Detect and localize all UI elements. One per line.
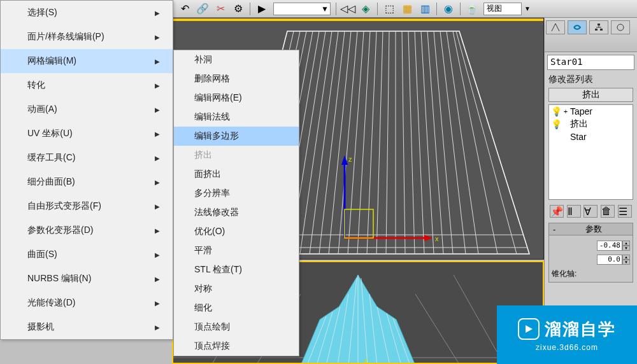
svg-line-15 [376, 31, 383, 254]
submenu-vertex-weld[interactable]: 顶点焊接 [174, 337, 299, 356]
bind-icon[interactable]: ⚙ [231, 1, 246, 17]
taper-axis-label: 锥化轴: [552, 269, 630, 279]
watermark-url: zixue.3d66.com [518, 343, 616, 352]
watermark-title: 溜溜自学 [545, 318, 616, 340]
menu-uv-coord[interactable]: UV 坐标(U)▶ [1, 122, 173, 146]
submenu-tessellate[interactable]: 细化 [174, 298, 299, 318]
panel-tabs [545, 18, 637, 52]
menu-freeform-deformer[interactable]: 自由形式变形器(F)▶ [1, 194, 173, 218]
material-icon[interactable]: ◉ [441, 1, 456, 17]
menu-animation[interactable]: 动画(A)▶ [1, 97, 173, 122]
view-combo[interactable]: 视图 [483, 3, 522, 15]
chevron-right-icon: ▶ [155, 82, 160, 89]
chevron-right-icon: ▶ [155, 179, 160, 186]
chevron-right-icon: ▶ [155, 300, 160, 307]
submenu-smooth[interactable]: 平滑 [174, 241, 299, 260]
svg-line-16 [386, 31, 389, 254]
modifier-dropdown[interactable]: 挤出 [548, 88, 633, 102]
submenu-cap-holes[interactable]: 补洞 [174, 50, 299, 69]
submenu-vertex-paint[interactable]: 顶点绘制 [174, 318, 299, 337]
chevron-right-icon: ▶ [155, 276, 160, 283]
link-icon[interactable]: 🔗 [195, 1, 210, 17]
submenu-normal-modifier[interactable]: 法线修改器 [174, 203, 299, 222]
prev-icon[interactable]: ◁◁ [340, 1, 355, 17]
submenu-multires[interactable]: 多分辨率 [174, 184, 299, 203]
menu-select[interactable]: 选择(S)▶ [1, 1, 173, 25]
next-icon[interactable]: ◈ [358, 1, 373, 17]
chevron-right-icon: ▶ [155, 251, 160, 258]
stack-row-star[interactable]: Star [549, 130, 633, 143]
menu-cache-tools[interactable]: 缓存工具(C)▶ [1, 146, 173, 170]
svg-text:z: z [348, 155, 352, 163]
chevron-right-icon: ▶ [155, 34, 160, 41]
chevron-right-icon: ▶ [155, 130, 160, 137]
submenu-edit-mesh[interactable]: 编辑网格(E) [174, 88, 299, 108]
main-toolbar: ↶ 🔗 ✂ ⚙ ▶ ▼ ◁◁ ◈ ⬚ ▦ ▥ ◉ 🍵 视图 ▼ [173, 0, 637, 18]
mesh-edit-submenu: 补洞 删除网格 编辑网格(E) 编辑法线 编辑多边形 挤出 面挤出 多分辨率 法… [173, 50, 299, 356]
stack-row-taper[interactable]: 💡+ Taper [549, 105, 633, 118]
menu-convert[interactable]: 转化▶ [1, 73, 173, 97]
svg-rect-57 [600, 29, 603, 31]
stack-row-extrude[interactable]: 💡 挤出 [549, 118, 633, 130]
submenu-extrude[interactable]: 挤出 [174, 146, 299, 165]
show-result-button[interactable]: Ⅱ [567, 205, 581, 218]
expand-icon[interactable]: + [561, 108, 570, 115]
tab-modify[interactable] [568, 20, 587, 34]
unlink-icon[interactable]: ✂ [213, 1, 228, 17]
submenu-delete-mesh[interactable]: 删除网格 [174, 69, 299, 88]
svg-line-23 [434, 31, 453, 254]
submenu-stl-check[interactable]: STL 检查(T) [174, 260, 299, 279]
svg-text:z: z [364, 356, 368, 364]
chevron-right-icon: ▶ [155, 106, 160, 113]
curve-spinner[interactable]: 0.0 [597, 255, 622, 265]
selection-filter-combo[interactable]: ▼ [273, 3, 331, 15]
menu-camera[interactable]: 摄影机▶ [1, 315, 173, 339]
modifier-stack[interactable]: 💡+ Taper 💡 挤出 Star [548, 104, 633, 200]
configure-button[interactable]: ☰ [618, 205, 632, 218]
spinner-up-icon[interactable]: ▲ [622, 255, 630, 260]
menu-nurbs-edit[interactable]: NURBS 编辑(N)▶ [1, 267, 173, 291]
spinner-down-icon[interactable]: ▼ [622, 260, 630, 265]
submenu-face-extrude[interactable]: 面挤出 [174, 165, 299, 184]
submenu-edit-poly[interactable]: 编辑多边形 [174, 127, 299, 146]
svg-line-25 [447, 31, 478, 254]
submenu-optimize[interactable]: 优化(O) [174, 222, 299, 241]
layers-icon[interactable]: ▦ [399, 1, 415, 17]
tab-hierarchy[interactable] [589, 20, 608, 34]
bulb-icon: 💡 [551, 106, 561, 116]
svg-line-22 [427, 31, 443, 254]
menu-mesh-edit[interactable]: 网格编辑(M)▶ [1, 49, 173, 73]
rollup-params-header[interactable]: -参数 [548, 223, 633, 235]
tab-motion[interactable] [611, 20, 630, 34]
spinner-up-icon[interactable]: ▲ [622, 241, 630, 246]
object-name-field[interactable]: Star01 [547, 55, 634, 70]
chevron-right-icon: ▶ [155, 227, 160, 234]
chevron-right-icon: ▶ [155, 203, 160, 210]
render-icon[interactable]: 🍵 [464, 1, 480, 17]
minus-icon: - [553, 225, 555, 234]
cursor-icon[interactable]: ▶ [254, 1, 269, 17]
svg-marker-61 [526, 325, 533, 333]
menu-subdiv-surface[interactable]: 细分曲面(B)▶ [1, 170, 173, 194]
tab-create[interactable] [546, 20, 565, 34]
menu-parametric-deformer[interactable]: 参数化变形器(D)▶ [1, 218, 173, 242]
schematic-icon[interactable]: ▥ [417, 1, 433, 17]
pin-stack-button[interactable]: 📌 [550, 205, 564, 218]
svg-line-24 [440, 31, 466, 254]
menu-radiosity[interactable]: 光能传递(D)▶ [1, 291, 173, 315]
remove-button[interactable]: 🗑 [601, 205, 615, 218]
unique-button[interactable]: ∀ [583, 205, 598, 218]
chevron-right-icon: ▶ [155, 10, 160, 17]
svg-line-18 [402, 31, 405, 254]
svg-line-27 [456, 31, 517, 254]
modifier-list-label: 修改器列表 [548, 74, 633, 85]
menu-surface[interactable]: 曲面(S)▶ [1, 242, 173, 267]
undo-icon[interactable]: ↶ [177, 1, 192, 17]
submenu-symmetry[interactable]: 对称 [174, 279, 299, 298]
align-icon[interactable]: ⬚ [382, 1, 397, 17]
amount-spinner[interactable]: -0.48 [597, 241, 622, 251]
menu-patch-spline-edit[interactable]: 面片/样条线编辑(P)▶ [1, 25, 173, 49]
submenu-edit-normals[interactable]: 编辑法线 [174, 108, 299, 127]
spinner-down-icon[interactable]: ▼ [622, 246, 630, 251]
watermark: 溜溜自学 zixue.3d66.com [497, 305, 637, 364]
